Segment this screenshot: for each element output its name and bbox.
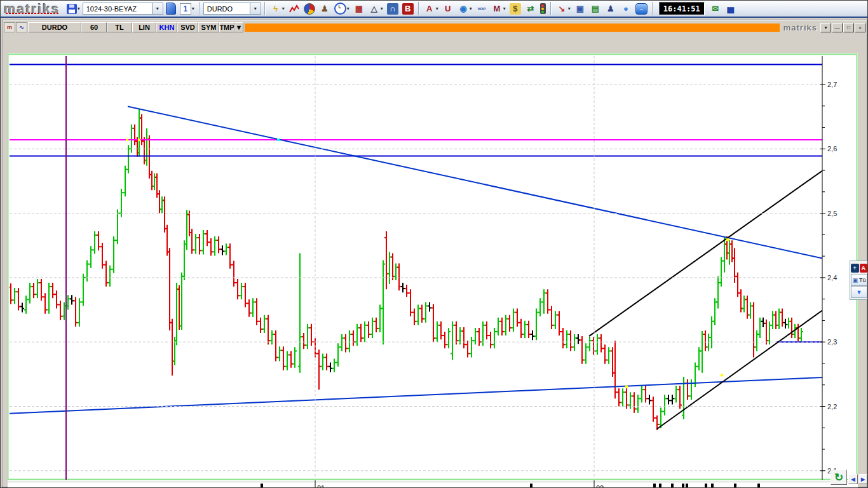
chat-button[interactable]: ✉ [709, 1, 722, 17]
letter-u-button-icon: U [442, 3, 454, 15]
refresh-button[interactable]: ↻ [831, 470, 847, 485]
tools-button[interactable]: △▾ [367, 1, 384, 17]
toolbar-separator [550, 2, 552, 15]
bridge-button[interactable]: ∩ [386, 1, 400, 17]
chart-pane[interactable]: 2,72,62,52,42,32,22,10102 [8, 53, 858, 488]
chat-button-icon: ✉ [710, 3, 721, 15]
panel-button[interactable]: ‒ [634, 1, 649, 17]
template-combo-value: 1024-30-BEYAZ [83, 5, 152, 13]
letter-a-button[interactable]: A▾ [423, 1, 440, 17]
titlebar-segment-menu[interactable]: ▼ [234, 22, 243, 32]
swirl-button[interactable]: ◉▾ [456, 1, 473, 17]
win-menu-button[interactable]: ▾ [820, 23, 831, 32]
clock-tool-button-caret[interactable]: ▾ [347, 6, 349, 11]
cascade-windows-button[interactable]: ▣ [573, 1, 587, 17]
template-combo-dropdown[interactable]: ▾ [152, 3, 163, 14]
intersection-marker [277, 139, 280, 141]
session-mark [261, 484, 263, 487]
exchange-button[interactable]: ⇄ [524, 1, 538, 17]
coins-button-icon: ▤ [590, 3, 601, 15]
letter-m-button-icon: M [491, 3, 503, 15]
session-mark [530, 484, 532, 487]
save-button-caret[interactable]: ▾ [78, 6, 80, 11]
draw-tool-button-caret[interactable]: ▾ [282, 6, 285, 11]
session-mark [734, 484, 736, 487]
price-chart[interactable]: 2,72,62,52,42,32,22,10102 [8, 53, 858, 488]
move-panel-button[interactable]: + [851, 264, 859, 273]
letter-u-button[interactable]: U [441, 1, 455, 17]
tools-button-icon: △ [369, 3, 380, 15]
chart-window: m∿DURDO60TLLINKHNSVDSYMTMP▼matriks▾—□× 2… [2, 20, 867, 487]
titlebar-matriks-logo: matriks [781, 23, 820, 32]
session-mark [671, 484, 674, 487]
money-bag-button-icon: $ [510, 3, 521, 15]
indicator-window-button-caret[interactable]: ▾ [568, 6, 571, 11]
matriks-logo: matriks [3, 2, 64, 16]
vop-button[interactable]: VOP [475, 1, 489, 17]
nav-right-button[interactable]: ▶ [858, 474, 867, 484]
globe-button-icon: ● [620, 3, 632, 15]
save-button-icon [67, 4, 77, 14]
tools-button-caret[interactable]: ▾ [381, 6, 383, 11]
page-1-button[interactable]: 1▾ [179, 1, 196, 17]
clock-tool-button-icon [334, 3, 346, 15]
toolbar-separator [264, 2, 266, 15]
intersection-marker [721, 374, 723, 376]
minimize-button[interactable]: — [832, 23, 843, 32]
page-1-button-caret[interactable]: ▾ [192, 6, 194, 11]
titlebar-segment-tl[interactable]: TL [107, 22, 132, 32]
symbol-combo[interactable]: DURDO▾ [203, 3, 261, 15]
matriks-mini-icon: m [4, 22, 15, 32]
toolbar-separator [652, 2, 653, 15]
titlebar-segment-svd[interactable]: SVD [177, 22, 198, 32]
main-toolbar: matriks▾1024-30-BEYAZ▾1▾DURDO▾ϟ▾♟▾▦△▾∩BA… [1, 1, 867, 18]
titlebar-segment-lin[interactable]: LIN [132, 22, 156, 32]
digital-clock: 16:41:51 [659, 2, 705, 15]
exchange-button-icon: ⇄ [525, 3, 536, 15]
titlebar-segment-60[interactable]: 60 [81, 22, 107, 32]
letter-a-button-caret[interactable]: ▾ [436, 6, 438, 11]
traffic-light-button[interactable] [539, 1, 547, 17]
analysis-button[interactable]: A [860, 264, 868, 273]
price-axis-label: 2,3 [827, 338, 837, 346]
clock-tool-button[interactable]: ▾ [333, 1, 351, 17]
matriks-application: matriks▾1024-30-BEYAZ▾1▾DURDO▾ϟ▾♟▾▦△▾∩BA… [0, 0, 868, 488]
collapse-panel-button[interactable]: ▼ [851, 286, 867, 298]
broker-button[interactable]: ♟ [318, 1, 332, 17]
user-button[interactable]: ♟ [604, 1, 618, 17]
line-chart-button-icon [288, 3, 300, 15]
swirl-button-caret[interactable]: ▾ [470, 6, 472, 11]
time-axis-label: 02 [596, 484, 604, 488]
swirl-button-icon: ◉ [458, 3, 469, 15]
new-page-button[interactable] [165, 1, 177, 17]
new-page-button-icon [166, 3, 176, 15]
line-chart-button[interactable] [287, 1, 301, 17]
titlebar-segment-sym[interactable]: SYM [198, 22, 219, 32]
symbol-list-button[interactable]: ▣Tü [851, 274, 867, 286]
user-button-icon: ♟ [605, 3, 616, 15]
restore-button[interactable]: □ [843, 23, 854, 32]
indicator-window-button[interactable]: ↘▾ [555, 1, 572, 17]
traffic-light-button-icon [540, 3, 546, 14]
save-button[interactable]: ▾ [65, 1, 81, 17]
titlebar-segment-khn[interactable]: KHN [156, 22, 177, 32]
titlebar-segment-tmp[interactable]: TMP [219, 22, 234, 32]
template-combo[interactable]: 1024-30-BEYAZ▾ [83, 3, 163, 15]
session-mark [705, 484, 707, 487]
bars-3d-button[interactable]: ▦ [352, 1, 366, 17]
close-button[interactable]: × [855, 23, 865, 32]
money-bag-button[interactable]: $ [508, 1, 522, 17]
letter-m-button[interactable]: M▾ [490, 1, 507, 17]
draw-tool-button[interactable]: ϟ▾ [269, 1, 286, 17]
portfolio-button[interactable]: ▅ [724, 1, 738, 17]
coins-button[interactable]: ▤ [588, 1, 602, 17]
pie-chart-button[interactable] [302, 1, 316, 17]
globe-button[interactable]: ● [619, 1, 633, 17]
letter-m-button-caret[interactable]: ▾ [503, 6, 506, 11]
titlebar-segment-durdo[interactable]: DURDO [28, 22, 81, 32]
symbol-combo-dropdown[interactable]: ▾ [250, 3, 261, 14]
session-mark [653, 484, 656, 487]
nav-left-button[interactable]: ◀ [848, 474, 858, 484]
letter-b-button[interactable]: B [401, 1, 415, 17]
chart-window-titlebar: m∿DURDO60TLLINKHNSVDSYMTMP▼matriks▾—□× [4, 22, 865, 33]
